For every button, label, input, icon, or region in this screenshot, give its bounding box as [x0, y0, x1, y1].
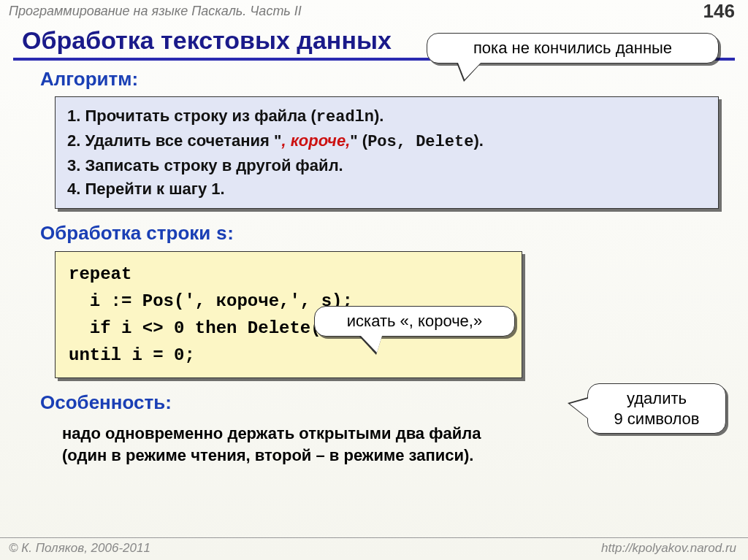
- processing-label: Обработка строки s:: [40, 222, 719, 245]
- code-line: until i = 0;: [69, 342, 508, 369]
- callout-search: искать «, короче,»: [314, 306, 515, 337]
- algorithm-label: Алгоритм:: [40, 68, 719, 91]
- callout-tail-icon: [457, 63, 481, 82]
- algo-step-4: 4. Перейти к шагу 1.: [67, 177, 706, 201]
- callout-delete-l1: удалить: [627, 389, 687, 407]
- callout-tail-icon: [359, 336, 382, 355]
- callout-top-text: пока не кончились данные: [473, 39, 672, 57]
- course-title: Программирование на языке Паскаль. Часть…: [9, 4, 302, 19]
- algo-step-1: 1. Прочитать строку из файла (readln).: [67, 104, 706, 129]
- callout-top: пока не кончились данные: [427, 33, 719, 64]
- callout-search-text: искать «, короче,»: [347, 312, 482, 330]
- page-number: 146: [703, 0, 735, 23]
- algo-step-3: 3. Записать строку в другой файл.: [67, 154, 706, 177]
- callout-delete: удалить 9 символов: [587, 383, 726, 434]
- algo-step-2: 2. Удалить все сочетания ", короче," (Po…: [67, 129, 706, 154]
- algorithm-box: 1. Прочитать строку из файла (readln). 2…: [55, 96, 719, 209]
- slide-footer: © К. Поляков, 2006-2011 http://kpolyakov…: [0, 537, 748, 560]
- callout-delete-l2: 9 символов: [614, 410, 700, 428]
- footer-url: http://kpolyakov.narod.ru: [601, 541, 736, 556]
- slide-content: пока не кончились данные Алгоритм: 1. Пр…: [0, 68, 748, 467]
- copyright: © К. Поляков, 2006-2011: [9, 541, 150, 556]
- callout-tail-icon: [568, 397, 588, 419]
- slide-header: Программирование на языке Паскаль. Часть…: [0, 0, 748, 22]
- code-line: repeat: [69, 261, 508, 288]
